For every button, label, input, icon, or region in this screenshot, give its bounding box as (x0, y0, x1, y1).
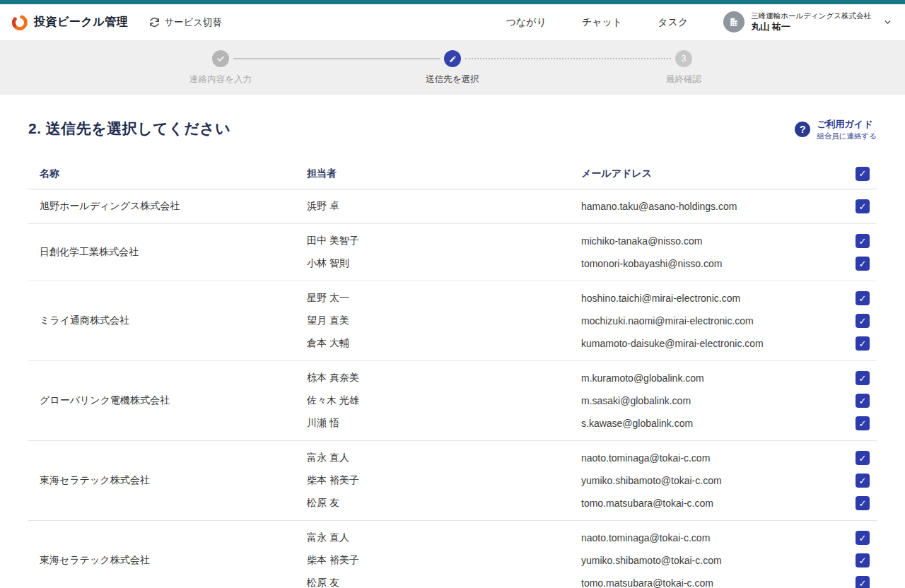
contact-email: tomonori-kobayashi@nisso.com (581, 258, 837, 269)
guide-subtitle: 組合員に連絡する (817, 131, 877, 141)
checkbox-cell: ✓ (837, 336, 877, 351)
contact-row: 富永 直人naoto.tominaga@tokai-c.com✓ (307, 447, 877, 469)
table-row: 旭野ホールディングス株式会社浜野 卓hamano.taku@asano-hold… (28, 189, 877, 224)
table-row: ミライ通商株式会社星野 太一hoshino.taichi@mirai-elect… (28, 281, 877, 361)
checkbox-cell: ✓ (837, 496, 877, 510)
contact-row: 柴本 裕美子yumiko.shibamoto@tokai-c.com✓ (307, 549, 877, 572)
contact-email: yumiko.shibamoto@tokai-c.com (581, 475, 837, 486)
contact-list: 富永 直人naoto.tominaga@tokai-c.com✓柴本 裕美子yu… (307, 447, 877, 514)
step-1-label: 連絡内容を入力 (143, 74, 298, 86)
logo-icon (11, 14, 28, 31)
contact-row: 星野 太一hoshino.taichi@mirai-electronic.com… (307, 287, 877, 310)
nav-item-task[interactable]: タスク (658, 16, 688, 29)
step-3-number: 3 (675, 50, 692, 67)
checkbox-cell: ✓ (837, 257, 877, 271)
contact-list: 星野 太一hoshino.taichi@mirai-electronic.com… (307, 287, 877, 355)
recipient-checkbox[interactable]: ✓ (856, 336, 870, 351)
select-all-checkbox[interactable]: ✓ (856, 167, 870, 181)
recipient-checkbox[interactable]: ✓ (856, 257, 870, 271)
company-name: 東海セラテック株式会社 (28, 447, 307, 514)
table-row: 東海セラテック株式会社富永 直人naoto.tominaga@tokai-c.c… (28, 521, 877, 588)
guide-text: ご利用ガイド 組合員に連絡する (817, 119, 877, 140)
user-name: 丸山 祐一 (751, 21, 871, 33)
table-row: グローバリンク電機株式会社椋本 真奈美m.kuramoto@globalink.… (28, 361, 877, 441)
company-name: グローバリンク電機株式会社 (28, 367, 307, 435)
checkbox-cell: ✓ (837, 416, 877, 430)
contact-email: tomo.matsubara@tokai-c.com (581, 577, 837, 588)
nav-item-chat[interactable]: チャット (582, 16, 622, 29)
page-title: 2. 送信先を選択してください (28, 119, 230, 139)
recipient-checkbox[interactable]: ✓ (856, 451, 870, 465)
company-name: 東海セラテック株式会社 (28, 527, 307, 588)
contact-name: 川瀬 悟 (307, 417, 581, 430)
recipient-checkbox[interactable]: ✓ (856, 234, 870, 248)
app-logo[interactable]: 投資ビークル管理 (11, 14, 128, 31)
user-menu[interactable]: 三峰運輸ホールディングス株式会社 丸山 祐一 (723, 11, 892, 33)
column-header-email: メールアドレス (581, 167, 837, 180)
company-name: 日創化学工業株式会社 (28, 230, 307, 275)
user-company: 三峰運輸ホールディングス株式会社 (751, 11, 871, 20)
service-switch-button[interactable]: サービス切替 (149, 16, 222, 29)
recipient-table: 名称 担当者 メールアドレス ✓ 旭野ホールディングス株式会社浜野 卓haman… (28, 158, 877, 588)
usage-guide-link[interactable]: ? ご利用ガイド 組合員に連絡する (795, 119, 877, 140)
contact-name: 椋本 真奈美 (307, 372, 581, 384)
recipient-checkbox[interactable]: ✓ (856, 496, 870, 510)
recipient-checkbox[interactable]: ✓ (856, 199, 870, 213)
contact-row: 倉本 大輔kumamoto-daisuke@mirai-electronic.c… (307, 332, 877, 355)
contact-name: 浜野 卓 (307, 200, 581, 213)
checkbox-cell: ✓ (837, 553, 877, 568)
chevron-down-icon (883, 18, 892, 27)
recipient-checkbox[interactable]: ✓ (856, 531, 870, 545)
main-content: 2. 送信先を選択してください ? ご利用ガイド 組合員に連絡する 名称 担当者… (0, 95, 905, 588)
contact-email: tomo.matsubara@tokai-c.com (581, 498, 837, 509)
contact-list: 浜野 卓hamano.taku@asano-holdings.com✓ (307, 195, 877, 218)
recipient-checkbox[interactable]: ✓ (856, 314, 870, 328)
recipient-checkbox[interactable]: ✓ (856, 553, 870, 568)
help-icon: ? (795, 122, 810, 137)
checkbox-cell: ✓ (837, 474, 877, 488)
contact-email: hamano.taku@asano-holdings.com (581, 201, 837, 212)
contact-email: yumiko.shibamoto@tokai-c.com (581, 555, 837, 566)
step-2-edit-icon[interactable] (444, 50, 461, 67)
refresh-icon (149, 17, 160, 28)
contact-row: 佐々木 光雄m.sasaki@globalink.com✓ (307, 389, 877, 412)
step-3-label: 最終確認 (606, 74, 761, 86)
recipient-checkbox[interactable]: ✓ (856, 291, 870, 305)
contact-email: s.kawase@globalink.com (581, 418, 837, 429)
checkbox-cell: ✓ (837, 394, 877, 408)
guide-title: ご利用ガイド (817, 119, 877, 130)
checkbox-cell: ✓ (837, 234, 877, 248)
recipient-checkbox[interactable]: ✓ (856, 576, 870, 588)
table-row: 東海セラテック株式会社富永 直人naoto.tominaga@tokai-c.c… (28, 441, 877, 521)
contact-name: 星野 太一 (307, 292, 581, 305)
contact-email: naoto.tominaga@tokai-c.com (581, 452, 837, 464)
contact-email: michiko-tanaka@nisso.com (581, 235, 837, 247)
checkbox-cell: ✓ (837, 199, 877, 213)
service-switch-label: サービス切替 (164, 16, 222, 29)
table-row: 日創化学工業株式会社田中 美智子michiko-tanaka@nisso.com… (28, 224, 877, 281)
step-connector-upcoming (465, 58, 671, 59)
contact-name: 柴本 裕美子 (307, 554, 581, 567)
step-1-done-icon (212, 50, 229, 67)
checkbox-cell: ✓ (837, 531, 877, 545)
table-body: 旭野ホールディングス株式会社浜野 卓hamano.taku@asano-hold… (28, 189, 877, 588)
app-header: 投資ビークル管理 サービス切替 つながり チャット タスク 三峰運輸ホールディン… (0, 4, 905, 41)
app-title: 投資ビークル管理 (34, 15, 128, 30)
contact-row: 川瀬 悟s.kawase@globalink.com✓ (307, 412, 877, 435)
recipient-checkbox[interactable]: ✓ (856, 371, 870, 385)
contact-email: mochizuki.naomi@mirai-electronic.com (581, 315, 837, 327)
contact-name: 望月 直美 (307, 314, 581, 327)
recipient-checkbox[interactable]: ✓ (856, 474, 870, 488)
contact-name: 柴本 裕美子 (307, 474, 581, 487)
contact-name: 富永 直人 (307, 452, 581, 464)
contact-row: 浜野 卓hamano.taku@asano-holdings.com✓ (307, 195, 877, 218)
recipient-checkbox[interactable]: ✓ (856, 416, 870, 430)
nav-item-tsunagari[interactable]: つながり (506, 16, 547, 29)
contact-row: 松原 友tomo.matsubara@tokai-c.com✓ (307, 572, 877, 588)
step-2-label: 送信先を選択 (375, 74, 530, 86)
checkbox-cell: ✓ (837, 291, 877, 305)
recipient-checkbox[interactable]: ✓ (856, 394, 870, 408)
header-nav: つながり チャット タスク (506, 16, 689, 29)
contact-list: 田中 美智子michiko-tanaka@nisso.com✓小林 智則tomo… (307, 230, 877, 275)
contact-row: 柴本 裕美子yumiko.shibamoto@tokai-c.com✓ (307, 469, 877, 492)
